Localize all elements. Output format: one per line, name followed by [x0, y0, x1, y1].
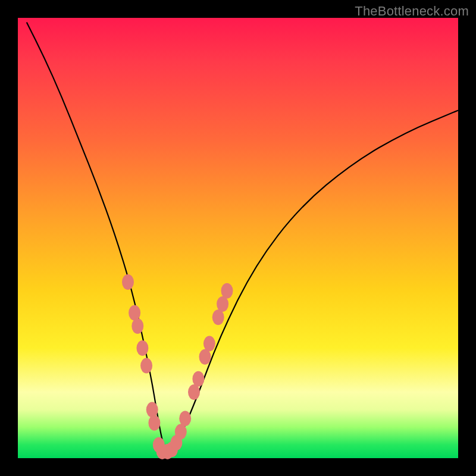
curve-marker: [148, 415, 160, 431]
curve-marker: [199, 349, 211, 365]
curve-marker: [203, 336, 215, 352]
curve-marker: [188, 384, 200, 400]
curve-marker: [122, 274, 134, 290]
curve-marker: [131, 318, 143, 334]
bottleneck-curve: [27, 22, 458, 452]
curve-marker: [140, 358, 152, 374]
curve-marker: [175, 424, 187, 440]
plot-area: [18, 18, 458, 458]
curve-marker: [136, 340, 148, 356]
curve-marker: [129, 305, 140, 321]
curve-marker: [217, 296, 228, 312]
curve-marker: [192, 371, 204, 387]
curve-marker: [221, 283, 233, 299]
chart-frame: TheBottleneck.com: [0, 0, 476, 476]
curve-marker: [179, 411, 191, 426]
bottleneck-chart-svg: [18, 18, 458, 458]
watermark-text: TheBottleneck.com: [355, 4, 469, 19]
curve-marker: [146, 402, 158, 418]
curve-marker: [212, 309, 224, 325]
curve-markers: [122, 274, 233, 459]
